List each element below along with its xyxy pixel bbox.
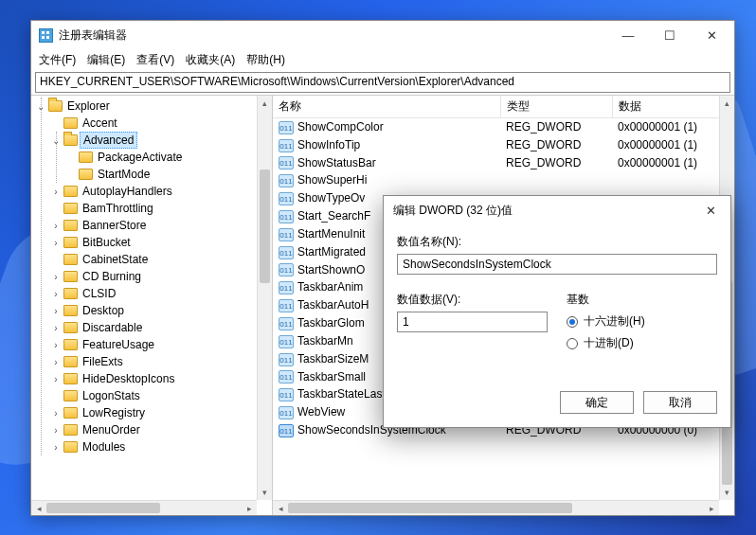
value-name: StartShownO bbox=[297, 263, 365, 276]
menu-view[interactable]: 查看(V) bbox=[136, 52, 174, 68]
dword-icon: 011 bbox=[279, 353, 294, 366]
collapse-icon[interactable]: ⌄ bbox=[35, 101, 46, 112]
scroll-right-icon[interactable]: ▸ bbox=[242, 501, 257, 515]
close-button[interactable]: ✕ bbox=[691, 22, 732, 48]
menu-edit[interactable]: 编辑(E) bbox=[87, 52, 125, 68]
value-name: TaskbarAnim bbox=[297, 280, 363, 294]
radio-hex[interactable]: 十六进制(H) bbox=[567, 313, 717, 330]
maximize-button[interactable]: ☐ bbox=[649, 22, 691, 48]
expand-icon[interactable]: › bbox=[50, 272, 62, 282]
dialog-close-button[interactable]: ✕ bbox=[694, 198, 727, 223]
folder-icon bbox=[63, 356, 78, 367]
radio-hex-label: 十六进制(H) bbox=[584, 313, 645, 330]
scroll-thumb[interactable] bbox=[288, 503, 572, 513]
value-name-field[interactable] bbox=[397, 254, 717, 275]
dword-icon: 011 bbox=[279, 228, 294, 241]
dialog-titlebar[interactable]: 编辑 DWORD (32 位)值 ✕ bbox=[384, 196, 730, 224]
list-scrollbar-h[interactable]: ◂ ▸ bbox=[273, 500, 719, 515]
scroll-left-icon[interactable]: ◂ bbox=[273, 501, 288, 515]
tree-selected-label: Advanced bbox=[80, 132, 137, 149]
tree-pane[interactable]: ⌄ Explorer Accent ⌄ Advanced bbox=[31, 96, 273, 515]
value-name: Start_SearchF bbox=[297, 209, 370, 223]
tree-item-lowregistry[interactable]: ›LowRegistry bbox=[50, 404, 272, 421]
dword-icon: 011 bbox=[279, 263, 294, 276]
regedit-icon bbox=[39, 28, 53, 43]
tree-item-packageactivate[interactable]: PackageActivate bbox=[65, 149, 272, 166]
value-name: ShowSuperHi bbox=[297, 173, 367, 187]
scroll-down-icon[interactable]: ▾ bbox=[258, 485, 272, 500]
table-row[interactable]: 011ShowInfoTipREG_DWORD0x00000001 (1) bbox=[273, 136, 734, 154]
scroll-left-icon[interactable]: ◂ bbox=[31, 501, 46, 515]
tree-item-bannerstore[interactable]: ›BannerStore bbox=[50, 217, 272, 234]
ok-button[interactable]: 确定 bbox=[560, 391, 634, 414]
value-data-field[interactable] bbox=[397, 312, 548, 332]
scroll-right-icon[interactable]: ▸ bbox=[704, 501, 719, 515]
tree-item-menuorder[interactable]: ›MenuOrder bbox=[50, 421, 272, 438]
tree-item-advanced[interactable]: ⌄ Advanced bbox=[50, 132, 272, 149]
table-row[interactable]: 011ShowStatusBarREG_DWORD0x00000001 (1) bbox=[273, 154, 734, 172]
tree-item-clsid[interactable]: ›CLSID bbox=[50, 285, 272, 302]
tree-item-bitbucket[interactable]: ›BitBucket bbox=[50, 234, 272, 251]
expand-icon[interactable]: › bbox=[50, 408, 62, 419]
expand-icon[interactable]: › bbox=[50, 374, 62, 384]
col-data[interactable]: 数据 bbox=[612, 96, 734, 118]
titlebar[interactable]: 注册表编辑器 — ☐ ✕ bbox=[31, 21, 734, 49]
value-name: StartMigrated bbox=[297, 245, 366, 259]
expand-icon[interactable]: › bbox=[50, 221, 62, 231]
tree-item-accent[interactable]: Accent bbox=[50, 115, 272, 132]
value-type: REG_DWORD bbox=[500, 154, 612, 172]
scroll-down-icon[interactable]: ▾ bbox=[720, 485, 734, 500]
tree-item-featureusage[interactable]: ›FeatureUsage bbox=[50, 336, 272, 353]
scroll-thumb[interactable] bbox=[260, 169, 270, 283]
table-row[interactable]: 011ShowCompColorREG_DWORD0x00000001 (1) bbox=[273, 118, 734, 136]
tree-item-cabinetstate[interactable]: CabinetState bbox=[50, 251, 272, 268]
col-type[interactable]: 类型 bbox=[500, 96, 612, 118]
tree-item-explorer[interactable]: ⌄ Explorer bbox=[35, 98, 272, 115]
value-type: REG_DWORD bbox=[500, 118, 612, 136]
scroll-up-icon[interactable]: ▴ bbox=[720, 96, 734, 111]
scroll-up-icon[interactable]: ▴ bbox=[258, 96, 272, 111]
radio-dec[interactable]: 十进制(D) bbox=[567, 335, 717, 351]
dword-icon: 011 bbox=[279, 210, 294, 223]
folder-icon bbox=[63, 373, 78, 384]
value-data: 0x00000001 (1) bbox=[612, 136, 734, 154]
table-row[interactable]: 011ShowSuperHi bbox=[273, 171, 734, 189]
folder-icon bbox=[63, 424, 78, 436]
cancel-button[interactable]: 取消 bbox=[643, 391, 717, 414]
folder-icon bbox=[63, 254, 78, 265]
tree-item-autoplayhandlers[interactable]: ›AutoplayHandlers bbox=[50, 183, 272, 200]
tree-item-desktop[interactable]: ›Desktop bbox=[50, 302, 272, 319]
tree-item-cdburning[interactable]: ›CD Burning bbox=[50, 268, 272, 285]
expand-icon[interactable]: › bbox=[50, 306, 62, 316]
menu-help[interactable]: 帮助(H) bbox=[246, 52, 285, 68]
tree-item-bamthrottling[interactable]: BamThrottling bbox=[50, 200, 272, 217]
menu-file[interactable]: 文件(F) bbox=[39, 52, 76, 68]
address-bar[interactable]: HKEY_CURRENT_USER\SOFTWARE\Microsoft\Win… bbox=[35, 72, 730, 93]
tree-item-startmode[interactable]: StartMode bbox=[65, 166, 272, 183]
tree-item-hidedesktopicons[interactable]: ›HideDesktopIcons bbox=[50, 370, 272, 387]
expand-icon[interactable]: › bbox=[50, 340, 62, 350]
tree-scrollbar-v[interactable]: ▴ ▾ bbox=[257, 96, 272, 500]
tree-scrollbar-h[interactable]: ◂ ▸ bbox=[31, 500, 257, 515]
expand-icon[interactable]: › bbox=[50, 442, 62, 453]
scroll-thumb[interactable] bbox=[46, 503, 160, 513]
dword-icon: 011 bbox=[279, 192, 294, 205]
col-name[interactable]: 名称 bbox=[273, 96, 500, 118]
tree-item-discardable[interactable]: ›Discardable bbox=[50, 319, 272, 336]
minimize-button[interactable]: — bbox=[607, 22, 649, 48]
expand-icon[interactable]: › bbox=[50, 187, 62, 197]
dword-icon: 011 bbox=[279, 370, 294, 383]
menu-fav[interactable]: 收藏夹(A) bbox=[186, 52, 235, 68]
value-data-label: 数值数据(V): bbox=[397, 292, 548, 308]
value-name: ShowStatusBar bbox=[297, 156, 376, 169]
tree-item-fileexts[interactable]: ›FileExts bbox=[50, 353, 272, 370]
expand-icon[interactable]: › bbox=[50, 238, 62, 248]
expand-icon[interactable]: › bbox=[50, 323, 62, 333]
collapse-icon[interactable]: ⌄ bbox=[50, 135, 62, 146]
expand-icon[interactable]: › bbox=[50, 425, 62, 436]
expand-icon[interactable]: › bbox=[50, 289, 62, 299]
expand-icon[interactable]: › bbox=[50, 357, 62, 367]
tree-item-logonstats[interactable]: LogonStats bbox=[50, 387, 272, 404]
tree-item-modules[interactable]: ›Modules bbox=[50, 438, 272, 455]
edit-dword-dialog: 编辑 DWORD (32 位)值 ✕ 数值名称(N): 数值数据(V): 基数 … bbox=[383, 195, 731, 428]
